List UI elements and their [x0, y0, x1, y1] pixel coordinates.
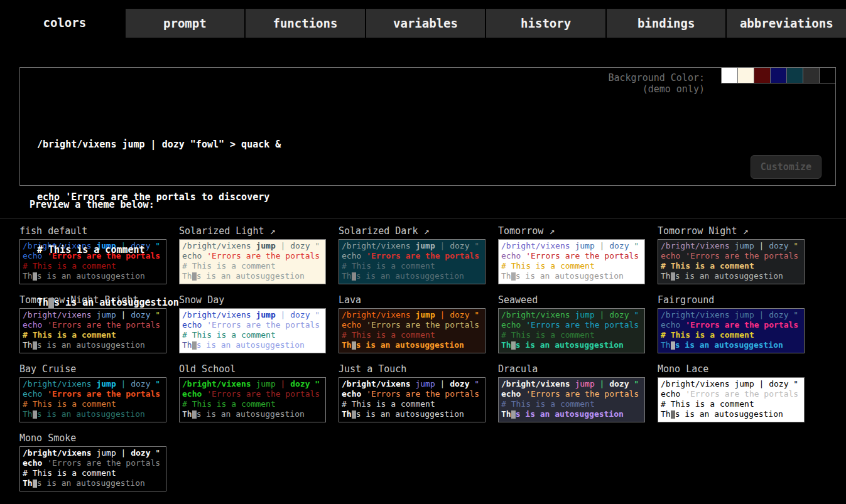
theme-preview-box[interactable]: /bright/vixens jump | dozy " echo 'Error… [339, 308, 485, 353]
code-token: /bright/vixens [23, 379, 96, 389]
code-token: jump [256, 379, 275, 389]
theme-card-mono-smoke[interactable]: Mono Smoke /bright/vixens jump | dozy " … [19, 431, 166, 491]
code-token: /bright/vixens [182, 379, 256, 389]
theme-card-solarized-dark[interactable]: Solarized Dark ↗ /bright/vixens jump | d… [339, 224, 485, 284]
code-token: s is an autosuggestion [197, 409, 305, 419]
code-token: s is an autosuggestion [675, 271, 783, 281]
theme-card-lava[interactable]: Lava /bright/vixens jump | dozy " echo '… [339, 293, 485, 353]
background-swatch-cream[interactable] [737, 67, 754, 83]
terminal-line: /bright/vixens jump | dozy " [661, 379, 801, 389]
code-token: s is an autosuggestion [356, 271, 464, 281]
theme-card-fairground[interactable]: Fairground /bright/vixens jump | dozy " … [658, 293, 805, 353]
theme-preview-box[interactable]: /bright/vixens jump | dozy " echo 'Error… [658, 377, 805, 422]
code-token: " [470, 379, 480, 389]
theme-card-old-school[interactable]: Old School /bright/vixens jump | dozy " … [179, 362, 326, 422]
external-link-icon[interactable]: ↗ [543, 225, 555, 237]
code-token: 'Errors are the portals [526, 320, 639, 330]
theme-preview-box[interactable]: /bright/vixens jump | dozy " echo 'Error… [19, 446, 166, 491]
terminal-line: Ths is an autosuggestion [501, 340, 642, 350]
code-token: Th [182, 409, 192, 419]
customize-button[interactable]: Customize [751, 155, 822, 179]
theme-name: Tomorrow ↗ [498, 224, 645, 239]
code-token: echo [661, 251, 685, 260]
code-token: | [754, 310, 769, 319]
background-swatch-dark-teal[interactable] [786, 67, 803, 83]
terminal-line: # This is a comment [501, 330, 642, 340]
code-token: # This is a comment [23, 468, 116, 478]
theme-preview-box[interactable]: /bright/vixens jump | dozy " echo 'Error… [498, 239, 645, 284]
terminal-line: Ths is an autosuggestion [661, 409, 801, 419]
cursor-block [352, 272, 356, 281]
code-token: echo [182, 389, 207, 399]
theme-preview-box[interactable]: /bright/vixens jump | dozy " echo 'Error… [498, 308, 645, 353]
tab-functions[interactable]: functions [246, 9, 365, 38]
cursor-block [33, 410, 37, 419]
theme-name: Fairground [658, 293, 805, 308]
terminal-line: echo 'Errors are the portals [342, 389, 482, 399]
theme-preview-box[interactable]: /bright/vixens jump | dozy " echo 'Error… [658, 239, 805, 284]
terminal-line: /bright/vixens jump | dozy " [182, 379, 323, 389]
terminal-preview: /bright/vixens jump | dozy "fowl" > quac… [37, 100, 281, 346]
theme-preview-box[interactable]: /bright/vixens jump | dozy " echo 'Error… [179, 377, 326, 422]
code-token: Th [661, 409, 671, 419]
code-token: /bright/vixens [661, 241, 734, 250]
code-token: # This is a comment [342, 261, 435, 271]
theme-card-just-a-touch[interactable]: Just a Touch /bright/vixens jump | dozy … [339, 362, 485, 422]
external-link-icon[interactable]: ↗ [418, 225, 429, 237]
code-token: # This is a comment [342, 399, 435, 409]
terminal-line: # This is a comment [501, 399, 642, 409]
code-token: | [595, 241, 609, 250]
code-token: /bright/vixens [661, 379, 734, 389]
code-token: 'Errors are the portals [366, 251, 479, 260]
terminal-line: echo 'Errors are the portals [661, 389, 801, 399]
code-token: 'Errors are the portals [47, 458, 160, 468]
theme-preview-box[interactable]: /bright/vixens jump | dozy " echo 'Error… [339, 377, 485, 422]
code-token: " [789, 379, 799, 389]
terminal-line: Ths is an autosuggestion [23, 409, 163, 419]
code-token: jump [415, 241, 435, 250]
theme-card-seaweed[interactable]: Seaweed /bright/vixens jump | dozy " ech… [498, 293, 645, 353]
theme-card-dracula[interactable]: Dracula /bright/vixens jump | dozy " ech… [498, 362, 645, 422]
theme-name: Old School [179, 362, 326, 377]
background-swatch-dark-red[interactable] [754, 67, 771, 83]
theme-preview-box[interactable]: /bright/vixens jump | dozy " echo 'Error… [498, 377, 645, 422]
tab-abbreviations[interactable]: abbreviations [727, 9, 846, 38]
code-token: 'Errors are the portals [685, 389, 798, 399]
theme-card-tomorrow[interactable]: Tomorrow ↗ /bright/vixens jump | dozy " … [498, 224, 645, 284]
code-token: | [116, 379, 131, 389]
code-token: " [470, 241, 480, 250]
theme-preview-box[interactable]: /bright/vixens jump | dozy " echo 'Error… [19, 377, 166, 422]
external-link-icon[interactable]: ↗ [737, 225, 748, 237]
theme-card-bay-cruise[interactable]: Bay Cruise /bright/vixens jump | dozy " … [19, 362, 166, 422]
terminal-line: # This is a comment [37, 241, 281, 259]
tab-bar: colors prompt functions variables histor… [0, 0, 846, 41]
tab-prompt[interactable]: prompt [126, 9, 245, 38]
code-token: | [435, 241, 450, 250]
background-swatch-navy[interactable] [770, 67, 787, 83]
terminal-line: # This is a comment [501, 261, 642, 271]
background-swatch-black[interactable] [819, 67, 836, 83]
background-swatch-dark-gray[interactable] [803, 67, 820, 83]
code-token: 'Errors are the portals [366, 320, 479, 330]
cursor-block [511, 272, 516, 281]
terminal-line: Ths is an autosuggestion [37, 294, 281, 311]
background-swatch-white[interactable] [721, 67, 738, 83]
terminal-line: Ths is an autosuggestion [182, 409, 323, 419]
terminal-line: # This is a comment [342, 399, 482, 409]
tab-history[interactable]: history [486, 9, 605, 38]
terminal-line: /bright/vixens jump | dozy " [661, 310, 801, 320]
theme-card-mono-lace[interactable]: Mono Lace /bright/vixens jump | dozy " e… [658, 362, 805, 422]
terminal-line: # This is a comment [342, 261, 482, 271]
code-token: # This is a comment [501, 399, 595, 409]
tab-colors[interactable]: colors [5, 6, 124, 41]
theme-card-tomorrow-night[interactable]: Tomorrow Night ↗ /bright/vixens jump | d… [658, 224, 805, 284]
theme-preview-box[interactable]: /bright/vixens jump | dozy " echo 'Error… [339, 239, 485, 284]
code-token: Th [23, 478, 33, 488]
tab-variables[interactable]: variables [366, 9, 485, 38]
code-token: jump [96, 379, 116, 389]
code-token: dozy [609, 310, 629, 319]
code-token: " [629, 310, 639, 319]
tab-bindings[interactable]: bindings [607, 9, 726, 38]
theme-preview-box[interactable]: /bright/vixens jump | dozy " echo 'Error… [658, 308, 805, 353]
code-token: # This is a comment [342, 330, 435, 340]
